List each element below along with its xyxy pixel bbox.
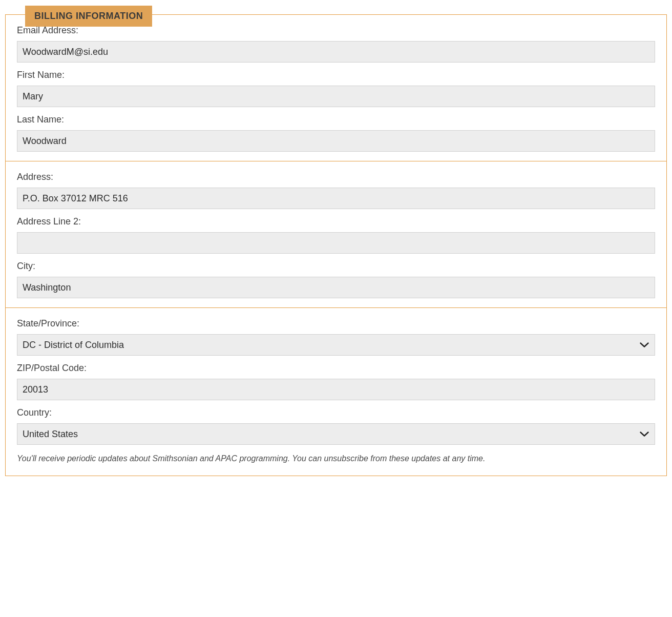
email-field[interactable] [17,41,655,63]
city-field[interactable] [17,277,655,298]
address2-label: Address Line 2: [17,216,655,227]
billing-information-legend: BILLING INFORMATION [25,6,152,27]
email-label: Email Address: [17,25,655,36]
country-select-wrap: United States [17,423,655,445]
billing-information-fieldset: BILLING INFORMATION Email Address: First… [5,14,667,476]
subscription-note: You'll receive periodic updates about Sm… [17,454,655,463]
city-field-wrap: City: [17,261,655,298]
state-select-wrap: DC - District of Columbia [17,334,655,356]
address2-field-wrap: Address Line 2: [17,216,655,254]
state-select[interactable]: DC - District of Columbia [17,334,655,356]
first-name-field[interactable] [17,86,655,107]
address-field[interactable] [17,188,655,209]
address-field-wrap: Address: [17,172,655,209]
address-section: Address: Address Line 2: City: [6,161,666,307]
zip-field-wrap: ZIP/Postal Code: [17,363,655,400]
country-select[interactable]: United States [17,423,655,445]
first-name-field-wrap: First Name: [17,70,655,107]
zip-field[interactable] [17,379,655,400]
zip-label: ZIP/Postal Code: [17,363,655,374]
first-name-label: First Name: [17,70,655,80]
country-label: Country: [17,407,655,418]
address2-field[interactable] [17,232,655,254]
last-name-label: Last Name: [17,114,655,125]
name-email-section: Email Address: First Name: Last Name: [6,15,666,161]
last-name-field-wrap: Last Name: [17,114,655,152]
email-field-wrap: Email Address: [17,25,655,63]
state-label: State/Province: [17,318,655,329]
state-field-wrap: State/Province: DC - District of Columbi… [17,318,655,356]
region-section: State/Province: DC - District of Columbi… [6,307,666,476]
city-label: City: [17,261,655,272]
last-name-field[interactable] [17,130,655,152]
address-label: Address: [17,172,655,182]
country-field-wrap: Country: United States [17,407,655,445]
